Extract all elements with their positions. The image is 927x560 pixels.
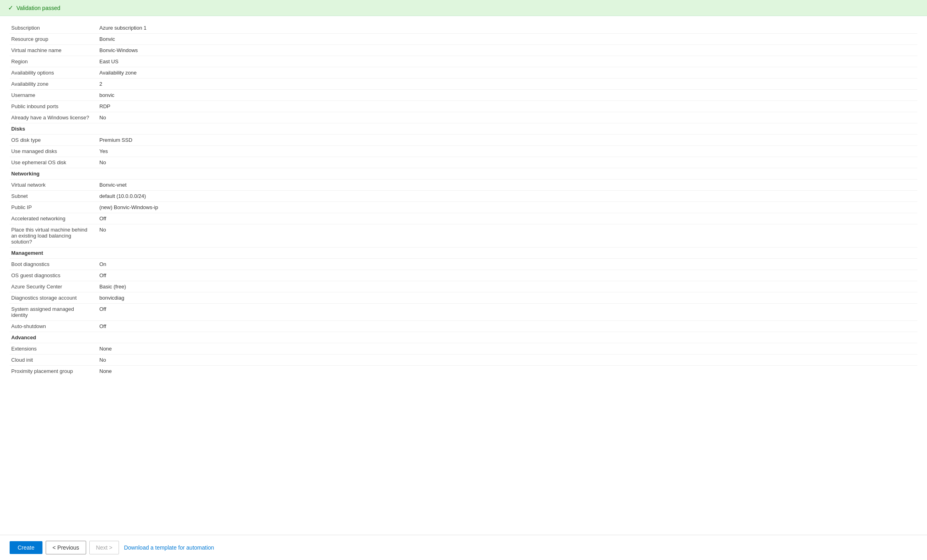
row-value: Off bbox=[98, 321, 917, 332]
row-label: Virtual machine name bbox=[10, 45, 98, 56]
row-label: Already have a Windows license? bbox=[10, 112, 98, 123]
row-value: Yes bbox=[98, 146, 917, 157]
row-value: (new) Bonvic-Windows-ip bbox=[98, 202, 917, 213]
data-row: Auto-shutdownOff bbox=[10, 321, 917, 332]
data-row: Use ephemeral OS diskNo bbox=[10, 157, 917, 168]
data-row: RegionEast US bbox=[10, 56, 917, 67]
check-icon: ✓ bbox=[8, 4, 13, 12]
data-row: Boot diagnosticsOn bbox=[10, 259, 917, 270]
row-label: Public IP bbox=[10, 202, 98, 213]
data-row: SubscriptionAzure subscription 1 bbox=[10, 22, 917, 34]
row-label: Use managed disks bbox=[10, 146, 98, 157]
row-value: No bbox=[98, 355, 917, 366]
data-row: Place this virtual machine behind an exi… bbox=[10, 224, 917, 248]
row-label: OS guest diagnostics bbox=[10, 270, 98, 281]
row-value: Basic (free) bbox=[98, 281, 917, 292]
row-label: System assigned managed identity bbox=[10, 304, 98, 321]
row-value: Availability zone bbox=[98, 67, 917, 79]
data-row: Virtual machine nameBonvic-Windows bbox=[10, 45, 917, 56]
row-label: Availability zone bbox=[10, 79, 98, 90]
info-table: SubscriptionAzure subscription 1Resource… bbox=[10, 22, 917, 377]
row-value: Bonvic bbox=[98, 34, 917, 45]
row-label: Diagnostics storage account bbox=[10, 292, 98, 304]
row-value: bonvic bbox=[98, 90, 917, 101]
row-label: Auto-shutdown bbox=[10, 321, 98, 332]
section-row: Advanced bbox=[10, 332, 917, 343]
section-row: Networking bbox=[10, 168, 917, 179]
row-value: RDP bbox=[98, 101, 917, 112]
data-row: Cloud initNo bbox=[10, 355, 917, 366]
data-row: Proximity placement groupNone bbox=[10, 366, 917, 377]
row-label: OS disk type bbox=[10, 135, 98, 146]
row-label: Username bbox=[10, 90, 98, 101]
row-label: Boot diagnostics bbox=[10, 259, 98, 270]
row-value: bonvicdiag bbox=[98, 292, 917, 304]
create-button[interactable]: Create bbox=[10, 541, 42, 554]
row-label: Cloud init bbox=[10, 355, 98, 366]
data-row: Subnetdefault (10.0.0.0/24) bbox=[10, 191, 917, 202]
row-value: No bbox=[98, 112, 917, 123]
row-value: On bbox=[98, 259, 917, 270]
row-label: Subnet bbox=[10, 191, 98, 202]
data-row: Public IP(new) Bonvic-Windows-ip bbox=[10, 202, 917, 213]
section-header: Advanced bbox=[10, 332, 917, 343]
row-label: Accelerated networking bbox=[10, 213, 98, 224]
next-button: Next > bbox=[89, 541, 119, 554]
content-area: SubscriptionAzure subscription 1Resource… bbox=[0, 16, 927, 383]
row-label: Region bbox=[10, 56, 98, 67]
row-value: Off bbox=[98, 213, 917, 224]
section-row: Disks bbox=[10, 123, 917, 135]
row-label: Place this virtual machine behind an exi… bbox=[10, 224, 98, 248]
previous-button[interactable]: < Previous bbox=[46, 541, 86, 554]
data-row: Availability zone2 bbox=[10, 79, 917, 90]
row-label: Resource group bbox=[10, 34, 98, 45]
data-row: Use managed disksYes bbox=[10, 146, 917, 157]
data-row: Virtual networkBonvic-vnet bbox=[10, 179, 917, 191]
row-label: Virtual network bbox=[10, 179, 98, 191]
validation-text: Validation passed bbox=[16, 5, 60, 11]
row-label: Azure Security Center bbox=[10, 281, 98, 292]
row-value: Off bbox=[98, 304, 917, 321]
section-header: Networking bbox=[10, 168, 917, 179]
row-label: Subscription bbox=[10, 22, 98, 34]
data-row: ExtensionsNone bbox=[10, 343, 917, 355]
main-content: SubscriptionAzure subscription 1Resource… bbox=[0, 16, 927, 411]
footer-bar: Create < Previous Next > Download a temp… bbox=[0, 535, 927, 560]
data-row: Public inbound portsRDP bbox=[10, 101, 917, 112]
row-value: No bbox=[98, 157, 917, 168]
section-row: Management bbox=[10, 248, 917, 259]
row-label: Availability options bbox=[10, 67, 98, 79]
data-row: Azure Security CenterBasic (free) bbox=[10, 281, 917, 292]
row-value: Off bbox=[98, 270, 917, 281]
row-value: Azure subscription 1 bbox=[98, 22, 917, 34]
row-value: 2 bbox=[98, 79, 917, 90]
row-label: Public inbound ports bbox=[10, 101, 98, 112]
data-row: Accelerated networkingOff bbox=[10, 213, 917, 224]
row-label: Use ephemeral OS disk bbox=[10, 157, 98, 168]
data-row: OS guest diagnosticsOff bbox=[10, 270, 917, 281]
data-row: Availability optionsAvailability zone bbox=[10, 67, 917, 79]
section-header: Disks bbox=[10, 123, 917, 135]
data-row: System assigned managed identityOff bbox=[10, 304, 917, 321]
row-value: default (10.0.0.0/24) bbox=[98, 191, 917, 202]
data-row: Usernamebonvic bbox=[10, 90, 917, 101]
row-value: Bonvic-Windows bbox=[98, 45, 917, 56]
row-value: No bbox=[98, 224, 917, 248]
validation-banner: ✓ Validation passed bbox=[0, 0, 927, 16]
row-value: East US bbox=[98, 56, 917, 67]
row-value: Bonvic-vnet bbox=[98, 179, 917, 191]
section-header: Management bbox=[10, 248, 917, 259]
data-row: Diagnostics storage accountbonvicdiag bbox=[10, 292, 917, 304]
data-row: Resource groupBonvic bbox=[10, 34, 917, 45]
data-row: OS disk typePremium SSD bbox=[10, 135, 917, 146]
automation-link[interactable]: Download a template for automation bbox=[122, 541, 216, 554]
row-value: None bbox=[98, 366, 917, 377]
row-value: Premium SSD bbox=[98, 135, 917, 146]
row-label: Extensions bbox=[10, 343, 98, 355]
data-row: Already have a Windows license?No bbox=[10, 112, 917, 123]
row-value: None bbox=[98, 343, 917, 355]
row-label: Proximity placement group bbox=[10, 366, 98, 377]
